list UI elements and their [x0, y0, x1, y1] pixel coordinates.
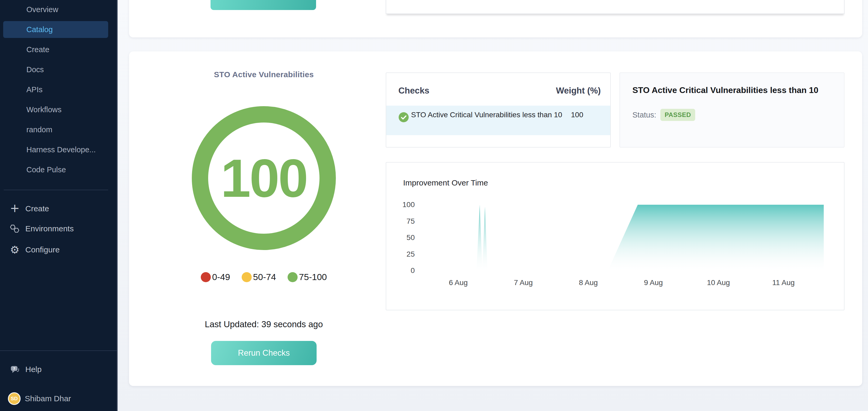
rerun-checks-button[interactable]: Rerun Checks [211, 341, 317, 365]
sidebar-action-label: Create [25, 204, 49, 213]
y-tick-label: 0 [389, 266, 415, 275]
legend-label: 0-49 [212, 272, 230, 282]
improvement-area [476, 205, 824, 271]
last-updated-text: Last Updated: 39 seconds ago [172, 319, 356, 329]
sidebar-action-create[interactable]: + Create [0, 199, 118, 219]
x-tick-label: 9 Aug [632, 278, 675, 287]
x-tick-label: 6 Aug [437, 278, 479, 287]
status-badge: PASSED [660, 109, 695, 121]
user-name: Shibam Dhar [25, 394, 71, 403]
sidebar-help-label: Help [25, 365, 42, 374]
sidebar-divider [0, 350, 118, 351]
chart-title: Improvement Over Time [403, 178, 488, 187]
sidebar-item-code-pulse[interactable]: Code Pulse [0, 160, 118, 180]
sidebar-edge-divider [117, 0, 118, 411]
sidebar-item-catalog[interactable]: Catalog [3, 21, 108, 38]
svg-text:?: ? [13, 366, 15, 371]
sidebar-divider [4, 190, 108, 190]
environments-icon [9, 225, 20, 233]
x-tick-label: 7 Aug [502, 278, 545, 287]
sidebar-item-harness-developer[interactable]: Harness Develope... [0, 140, 118, 160]
check-weight: 100 [571, 109, 583, 120]
gear-icon: ⚙ [9, 244, 20, 256]
plus-icon: + [9, 203, 20, 215]
check-passed-icon [399, 112, 409, 123]
legend-label: 75-100 [299, 272, 327, 282]
sidebar-action-configure[interactable]: ⚙ Configure [0, 240, 118, 260]
scorecard-page: Overview Catalog Create Docs APIs Workfl… [0, 0, 868, 411]
rerun-checks-button-partial[interactable] [211, 0, 316, 10]
improvement-chart-panel: Improvement Over Time 1007550250 6 Aug7 … [386, 162, 844, 310]
weight-column-header: Weight (%) [532, 85, 601, 96]
check-name: STO Active Critical Vulnerabilities less… [411, 109, 577, 120]
status-label: Status: [632, 111, 656, 119]
user-menu[interactable]: SD Shibam Dhar [0, 388, 118, 409]
sidebar-item-workflows[interactable]: Workflows [0, 100, 118, 119]
checks-column-header: Checks [398, 85, 429, 96]
x-tick-label: 8 Aug [567, 278, 610, 287]
sidebar-item-apis[interactable]: APIs [0, 79, 118, 100]
check-details-title: STO Active Critical Vulnerabilities less… [632, 85, 838, 95]
sidebar: Overview Catalog Create Docs APIs Workfl… [0, 0, 118, 411]
y-tick-label: 75 [389, 217, 415, 226]
previous-card-panel-partial [386, 0, 844, 14]
sidebar-item-docs[interactable]: Docs [0, 60, 118, 79]
sidebar-action-label: Configure [25, 245, 60, 254]
legend-item: 0-49 [201, 272, 230, 282]
x-tick-label: 11 Aug [763, 278, 805, 287]
legend-item: 75-100 [287, 272, 327, 282]
y-tick-label: 50 [389, 233, 415, 242]
legend-dot-red [201, 272, 211, 282]
sidebar-item-overview[interactable]: Overview [0, 0, 118, 20]
score-legend: 0-49 50-74 75-100 [172, 272, 356, 282]
score-value: 100 [192, 106, 336, 250]
x-tick-label: 10 Aug [697, 278, 740, 287]
legend-dot-green [287, 272, 298, 282]
check-details-panel: STO Active Critical Vulnerabilities less… [619, 72, 844, 147]
legend-label: 50-74 [253, 272, 276, 282]
legend-dot-yellow [242, 272, 252, 282]
improvement-area-chart [420, 205, 842, 271]
status-row: Status: PASSED [632, 109, 695, 121]
y-tick-label: 100 [389, 201, 415, 209]
avatar: SD [8, 392, 21, 405]
sidebar-item-create[interactable]: Create [0, 39, 118, 60]
sidebar-help[interactable]: ? Help [0, 359, 118, 379]
legend-item: 50-74 [242, 272, 276, 282]
checks-panel: Checks Weight (%) STO Active Critical Vu… [386, 72, 611, 147]
sidebar-action-label: Environments [25, 224, 73, 233]
sidebar-action-environments[interactable]: Environments [0, 219, 118, 239]
scorecard-title: STO Active Vulnerabilities [185, 70, 343, 79]
check-row[interactable]: STO Active Critical Vulnerabilities less… [386, 106, 610, 135]
sidebar-item-random[interactable]: random [0, 119, 118, 140]
help-chat-icon: ? [9, 365, 20, 374]
y-tick-label: 25 [389, 250, 415, 259]
